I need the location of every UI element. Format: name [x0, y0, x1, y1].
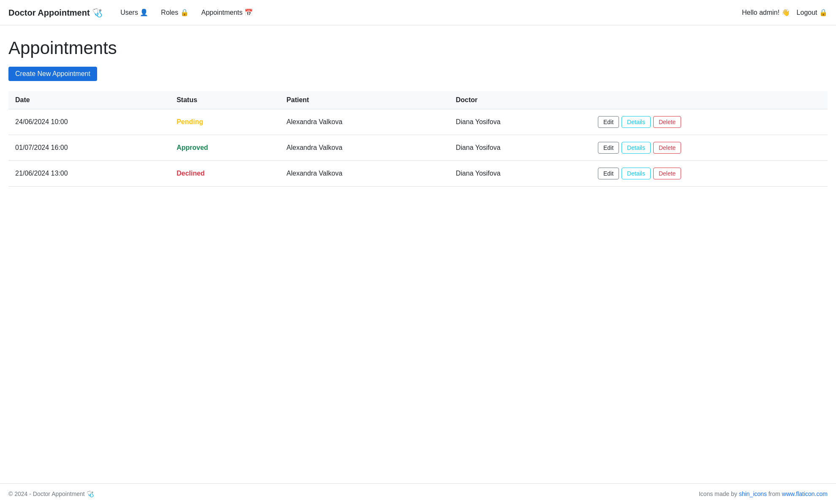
cell-doctor: Diana Yosifova: [449, 135, 591, 161]
table-header-row: DateStatusPatientDoctor: [8, 91, 828, 109]
delete-button[interactable]: Delete: [653, 142, 681, 154]
cell-date: 01/07/2024 16:00: [8, 135, 170, 161]
delete-button[interactable]: Delete: [653, 168, 681, 179]
create-appointment-button[interactable]: Create New Appointment: [8, 67, 97, 81]
navbar-brand[interactable]: Doctor Appointment 🩺: [8, 8, 103, 18]
footer-emoji: 🩺: [87, 490, 94, 497]
nav-link-users[interactable]: Users 👤: [115, 6, 153, 19]
cell-date: 24/06/2024 10:00: [8, 109, 170, 135]
footer-icons-text: Icons made by: [699, 490, 739, 497]
table-row: 24/06/2024 10:00PendingAlexandra Valkova…: [8, 109, 828, 135]
cell-actions: EditDetailsDelete: [591, 109, 828, 135]
col-doctor: Doctor: [449, 91, 591, 109]
hello-text: Hello admin! 👋: [742, 8, 790, 16]
footer-right: Icons made by shin_icons from www.flatic…: [699, 490, 828, 497]
cell-status: Approved: [176, 144, 208, 151]
table-body: 24/06/2024 10:00PendingAlexandra Valkova…: [8, 109, 828, 187]
edit-button[interactable]: Edit: [598, 168, 619, 179]
cell-patient: Alexandra Valkova: [280, 109, 449, 135]
nav-link-appointments[interactable]: Appointments 📅: [196, 6, 258, 19]
brand-label: Doctor Appointment 🩺: [8, 8, 103, 17]
edit-button[interactable]: Edit: [598, 142, 619, 154]
footer-left: © 2024 - Doctor Appointment 🩺: [8, 490, 94, 497]
details-button[interactable]: Details: [622, 116, 651, 128]
appointments-table: DateStatusPatientDoctor 24/06/2024 10:00…: [8, 91, 828, 187]
delete-button[interactable]: Delete: [653, 116, 681, 128]
col-actions: [591, 91, 828, 109]
table-row: 01/07/2024 16:00ApprovedAlexandra Valkov…: [8, 135, 828, 161]
footer: © 2024 - Doctor Appointment 🩺 Icons made…: [0, 483, 836, 504]
col-status: Status: [170, 91, 280, 109]
action-buttons: EditDetailsDelete: [598, 168, 821, 179]
cell-doctor: Diana Yosifova: [449, 109, 591, 135]
footer-from-text: from: [767, 490, 782, 497]
cell-patient: Alexandra Valkova: [280, 161, 449, 187]
nav-link-roles[interactable]: Roles 🔒: [156, 6, 193, 19]
footer-copyright: © 2024 - Doctor Appointment: [8, 490, 85, 497]
navbar-right: Hello admin! 👋 Logout 🔒: [742, 8, 828, 16]
cell-doctor: Diana Yosifova: [449, 161, 591, 187]
cell-patient: Alexandra Valkova: [280, 135, 449, 161]
col-date: Date: [8, 91, 170, 109]
cell-status: Pending: [176, 118, 203, 125]
navbar: Doctor Appointment 🩺 Users 👤Roles 🔒Appoi…: [0, 0, 836, 25]
footer-flaticon-link[interactable]: www.flaticon.com: [782, 490, 828, 497]
table-row: 21/06/2024 13:00DeclinedAlexandra Valkov…: [8, 161, 828, 187]
footer-shin-icons-link[interactable]: shin_icons: [739, 490, 767, 497]
action-buttons: EditDetailsDelete: [598, 116, 821, 128]
col-patient: Patient: [280, 91, 449, 109]
details-button[interactable]: Details: [622, 168, 651, 179]
action-buttons: EditDetailsDelete: [598, 142, 821, 154]
main-content: Appointments Create New Appointment Date…: [0, 25, 836, 483]
cell-actions: EditDetailsDelete: [591, 135, 828, 161]
logout-link[interactable]: Logout 🔒: [797, 8, 828, 16]
details-button[interactable]: Details: [622, 142, 651, 154]
table-header: DateStatusPatientDoctor: [8, 91, 828, 109]
page-title: Appointments: [8, 38, 828, 58]
navbar-nav: Users 👤Roles 🔒Appointments 📅: [115, 6, 742, 19]
edit-button[interactable]: Edit: [598, 116, 619, 128]
cell-date: 21/06/2024 13:00: [8, 161, 170, 187]
cell-actions: EditDetailsDelete: [591, 161, 828, 187]
cell-status: Declined: [176, 170, 205, 177]
